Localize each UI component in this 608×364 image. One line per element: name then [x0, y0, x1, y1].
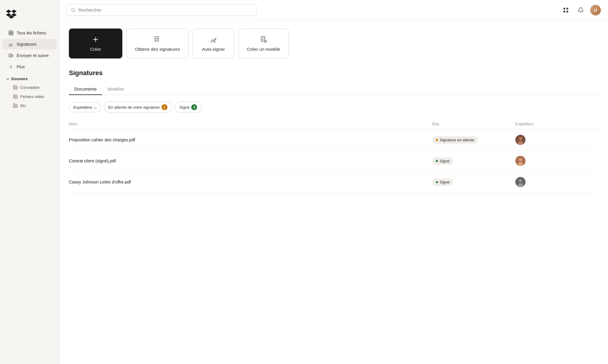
sidebar-item-label: Envoyer et suivre	[17, 53, 49, 58]
doc-name: Casey Johnson Lettre d'offre.pdf	[69, 180, 432, 184]
bell-icon	[578, 7, 584, 13]
folder-icon	[13, 95, 18, 99]
main-content: U Créer	[59, 0, 608, 364]
plus-icon	[91, 35, 100, 44]
header-actions: U	[560, 5, 601, 15]
sidebar-item-envoyer-et-suivre[interactable]: Envoyer et suivre	[2, 50, 57, 61]
chevron-down-icon	[94, 106, 97, 109]
status-label: Signé	[440, 159, 449, 163]
status-dot-signed	[436, 160, 438, 162]
svg-rect-1	[11, 31, 13, 33]
creer-modele-card[interactable]: Créer un modèle	[238, 29, 289, 58]
expediteur-filter[interactable]: Expéditeur	[69, 102, 101, 112]
avatar	[515, 177, 525, 187]
action-cards: Créer Obtenir des signatures	[69, 29, 598, 58]
en-attente-filter[interactable]: En attente de votre signature 1	[104, 102, 172, 113]
signe-badge: 2	[191, 104, 197, 110]
obtenir-signatures-card[interactable]: Obtenir des signatures	[126, 29, 189, 58]
status-label: Signé	[440, 180, 449, 184]
search-bar[interactable]	[66, 4, 256, 16]
dossiers-section[interactable]: Dossiers	[0, 72, 59, 83]
auto-sign-icon	[209, 35, 218, 44]
create-card[interactable]: Créer	[69, 29, 122, 58]
sender-avatar	[515, 156, 598, 166]
apps-grid-icon	[563, 7, 569, 13]
svg-rect-4	[9, 54, 12, 57]
svg-rect-8	[563, 11, 565, 12]
auto-signer-card[interactable]: Auto-signer	[193, 29, 234, 58]
svg-point-17	[519, 158, 522, 161]
user-avatar[interactable]: U	[590, 5, 601, 15]
folder-icon	[13, 86, 18, 90]
auto-signer-label: Auto-signer	[202, 47, 225, 52]
table-header: Nom État Expéditeur	[69, 119, 598, 129]
sender-avatar	[515, 135, 598, 145]
dropbox-logo	[0, 5, 59, 27]
signature-doc-icon	[153, 35, 162, 44]
search-icon	[71, 8, 75, 12]
table-row[interactable]: Casey Johnson Lettre d'offre.pdf Signé	[69, 172, 598, 193]
chevron-right-icon	[8, 64, 14, 69]
expediteur-filter-label: Expéditeur	[73, 105, 93, 110]
col-expediteur: Expéditeur	[515, 122, 598, 126]
svg-rect-6	[563, 8, 565, 10]
tab-modeles[interactable]: Modèles	[102, 83, 130, 95]
avatar	[515, 156, 525, 166]
sidebar-item-label: Tous les fichiers	[17, 31, 46, 35]
signe-filter-label: Signé	[179, 105, 190, 110]
sidebar-item-conception[interactable]: Conception	[2, 83, 57, 92]
svg-rect-3	[11, 33, 13, 35]
sender-avatar	[515, 177, 598, 187]
sidebar-item-label: Plus	[17, 64, 25, 69]
sidebar-item-signatures[interactable]: Signatures	[2, 39, 57, 50]
svg-rect-7	[566, 8, 568, 10]
folder-label: Conception	[20, 85, 40, 90]
svg-rect-2	[9, 33, 11, 35]
svg-point-14	[519, 137, 522, 140]
creer-modele-label: Créer un modèle	[247, 47, 280, 52]
col-nom: Nom	[69, 122, 432, 126]
filter-row: Expéditeur En attente de votre signature…	[69, 102, 598, 113]
signe-filter[interactable]: Signé 2	[175, 102, 202, 113]
svg-point-20	[519, 179, 522, 182]
search-input[interactable]	[78, 7, 252, 12]
status-dot-signed	[436, 181, 438, 183]
sidebar-item-label: Signatures	[17, 42, 37, 47]
sidebar-item-tous-les-fichiers[interactable]: Tous les fichiers	[2, 28, 57, 38]
status-label: Signature en attente	[440, 138, 474, 142]
doc-name: Proposition cahier des charges.pdf	[69, 137, 432, 142]
sidebar-item-rh[interactable]: RH	[2, 102, 57, 110]
page-title: Signatures	[69, 69, 598, 77]
table-row[interactable]: Contrat client (signé).pdf Signé	[69, 151, 598, 172]
status-badge: Signé	[432, 157, 515, 165]
col-etat: État	[432, 122, 515, 126]
en-attente-badge: 1	[162, 104, 167, 110]
create-label: Créer	[90, 47, 101, 52]
apps-button[interactable]	[560, 5, 571, 15]
avatar	[515, 135, 525, 145]
signature-icon	[8, 42, 14, 47]
table-row[interactable]: Proposition cahier des charges.pdf Signa…	[69, 129, 598, 151]
svg-rect-0	[9, 31, 11, 33]
status-badge: Signé	[432, 178, 515, 186]
bell-button[interactable]	[575, 5, 586, 15]
svg-rect-9	[566, 11, 568, 12]
sidebar-item-plus[interactable]: Plus	[2, 61, 57, 72]
en-attente-filter-label: En attente de votre signature	[108, 105, 160, 110]
tabs: Documents Modèles	[69, 83, 598, 95]
status-badge: Signature en attente	[432, 136, 515, 144]
tab-documents[interactable]: Documents	[69, 83, 102, 95]
obtenir-signatures-label: Obtenir des signatures	[135, 47, 180, 52]
doc-name: Contrat client (signé).pdf	[69, 159, 432, 163]
folder-label: RH	[20, 104, 26, 108]
folders-label: Dossiers	[11, 77, 28, 81]
files-icon	[8, 30, 14, 36]
folder-icon	[13, 104, 18, 108]
status-dot-pending	[436, 139, 438, 141]
send-icon	[8, 53, 14, 58]
sidebar: Tous les fichiers Signatures Envoyer et …	[0, 0, 59, 364]
page-content: Créer Obtenir des signatures	[59, 20, 608, 201]
folder-label: Fichiers vidéo	[20, 94, 44, 99]
sidebar-item-fichiers-video[interactable]: Fichiers vidéo	[2, 92, 57, 101]
template-icon	[259, 35, 268, 44]
